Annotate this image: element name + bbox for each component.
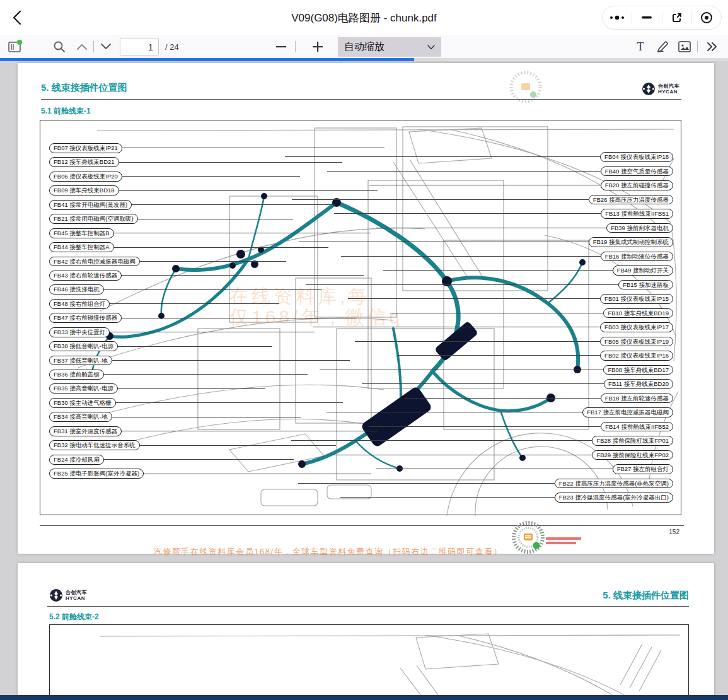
previous-page-icon[interactable] (74, 39, 90, 54)
connector-label[interactable]: FB04 接仪表板线束IP18 (600, 152, 673, 162)
connector-label[interactable]: FB01 接仪表板线束IP15 (600, 294, 673, 304)
leader-line (333, 455, 592, 455)
sidebar-toggle-icon[interactable] (8, 39, 23, 54)
connector-label[interactable]: FB09 接车身线束BD18 (49, 185, 119, 195)
image-annotation-icon[interactable] (677, 39, 692, 54)
connector-label[interactable]: FB31 接室外温度传感器 (49, 426, 122, 436)
connector-label-row: FB02 接仪表板线束IP16 (267, 351, 673, 361)
connector-label[interactable]: FB03 接仪表板线束IP17 (600, 322, 673, 332)
connector-label[interactable]: FB19 接集成式制动控制系统 (589, 237, 673, 247)
zoom-in-icon[interactable] (310, 39, 325, 54)
connector-label[interactable]: FB45 接整车控制器B (49, 228, 114, 238)
connector-label[interactable]: FB22 接高压压力温度传感器(非热泵空调) (555, 479, 673, 489)
connector-label[interactable]: FB42 接右前电控减振器电磁阀 (49, 257, 140, 267)
connector-label[interactable]: FB41 接常开电磁阀(蒸发器) (49, 200, 132, 210)
leader-line (118, 388, 265, 389)
connector-label[interactable]: FB16 接制动液位传感器 (601, 252, 673, 262)
subsection-heading: 5.1 前舱线束-1 (41, 106, 91, 117)
window-capsule (602, 6, 722, 30)
connector-label[interactable]: FB29 接前保险杠线束FP02 (592, 450, 673, 460)
minimize-icon[interactable] (632, 11, 661, 25)
page-number-input[interactable] (120, 38, 159, 55)
hycan-logo-icon (49, 588, 63, 602)
connector-label[interactable]: FB17 接左前电控减振器电磁阀 (582, 407, 673, 417)
connector-label[interactable]: FB11 接车身线束BD20 (604, 379, 673, 389)
zoom-mode-select[interactable]: 自动缩放 (338, 37, 441, 57)
chevron-down-icon (427, 45, 435, 50)
connector-label-row: FB26 接高压压力温度传感器 (267, 195, 673, 205)
connector-label-row: FB19 接集成式制动控制系统 (267, 237, 673, 247)
connector-label[interactable]: FB21 接常闭电磁阀(空调取暖) (49, 214, 138, 224)
pdf-viewport[interactable]: 5. 线束接插件位置图 合创汽车 HYCAN (0, 61, 728, 700)
pdf-toolbar: / 24 自动缩放 T (0, 35, 728, 58)
connector-label[interactable]: FB24 接冷却风扇 (49, 455, 104, 465)
hycan-logo-icon (642, 82, 656, 96)
connector-label-row: FB18 接左前轮速传感器 (267, 394, 673, 404)
connector-label[interactable]: FB32 接电动车低速提示音系统 (49, 440, 140, 450)
pdf-viewer-app: V09(G08)电路图册 - chunk.pdf (0, 0, 728, 700)
leader-line (390, 313, 603, 313)
connector-label[interactable]: FB10 接车身线束BD19 (603, 308, 673, 318)
connector-label[interactable]: FB12 接车身线束BD21 (49, 157, 119, 167)
connector-label[interactable]: FB34 接高音喇叭-地 (49, 412, 112, 422)
page-number-printed: 152 (669, 528, 679, 535)
wiring-diagram-frame-2 (49, 624, 689, 700)
connector-label[interactable]: FB27 接左前组合灯 (613, 464, 673, 474)
connector-label[interactable]: FB08 接车身线束BD17 (603, 365, 673, 375)
connector-label[interactable]: FB15 接加速踏板 (618, 280, 673, 290)
connector-label-row: FB16 接制动液位传感器 (267, 252, 673, 262)
connector-label[interactable]: FB28 接前保险杠线束FP01 (592, 436, 673, 446)
record-close-icon[interactable] (691, 11, 721, 25)
toolbar-divider (295, 41, 296, 52)
connector-label[interactable]: FB02 接仪表板线束IP16 (600, 351, 673, 361)
connector-label-row: FB22 接高压压力温度传感器(非热泵空调) (267, 479, 673, 489)
connector-label[interactable]: FB44 接整车控制器A (49, 242, 114, 252)
connector-label[interactable]: FB14 接前舱线束IIFB52 (601, 422, 673, 432)
text-annotation-icon[interactable]: T (633, 39, 648, 54)
connector-label[interactable]: FB23 接冷媒温度传感器(室外冷凝器出口) (555, 493, 673, 503)
connector-label[interactable]: FB30 接主动进气格栅 (49, 398, 116, 408)
brand-name-cn: 合创汽车 (66, 590, 87, 595)
connector-label[interactable]: FB43 接右前轮速传感器 (49, 271, 122, 281)
leader-line (369, 426, 601, 427)
connector-label[interactable]: FB20 接左前碰撞传感器 (601, 180, 673, 190)
connector-label-row: FB08 接车身线束BD17 (267, 365, 673, 375)
connector-label[interactable]: FB47 接右前碰撞传感器 (49, 313, 122, 323)
connector-label[interactable]: FB05 接仪表板线束IP19 (600, 337, 673, 347)
connector-label[interactable]: FB48 接右前组合灯 (49, 299, 110, 309)
section-heading: 5. 线束接插件位置图 (41, 82, 127, 94)
leader-line (383, 270, 613, 271)
connector-label[interactable]: FB38 接低音喇叭-电源 (49, 341, 118, 351)
connector-label-row: FB20 接左前碰撞传感器 (267, 180, 673, 190)
connector-label[interactable]: FB13 接前舱线束IIFB51 (601, 209, 673, 219)
connector-label[interactable]: FB37 接低音喇叭-地 (49, 356, 112, 366)
restore-icon[interactable] (662, 11, 691, 25)
connector-label[interactable]: FB18 接左前轮速传感器 (601, 394, 673, 404)
more-icon[interactable] (603, 11, 632, 25)
connector-label[interactable]: FB36 接前舱盖锁 (49, 370, 104, 380)
connector-label[interactable]: FB06 接仪表板线束IP20 (49, 172, 122, 182)
connector-label[interactable]: FB40 接空气质量传感器 (601, 166, 673, 177)
connector-label[interactable]: FB33 接中央位置灯 (49, 327, 110, 337)
connector-label-row: FB11 接车身线束BD20 (267, 379, 673, 389)
connector-label-row: FB03 接仪表板线束IP17 (267, 322, 673, 332)
connector-label[interactable]: FB25 接电子膨胀阀(室外冷凝器) (49, 469, 144, 479)
connector-label-row: FB13 接前舱线束IIFB51 (267, 209, 673, 219)
more-tools-icon[interactable] (705, 39, 720, 54)
search-icon[interactable] (52, 39, 67, 54)
connector-label[interactable]: FB35 接高音喇叭-电源 (49, 383, 118, 394)
leader-line (118, 346, 272, 347)
draw-annotation-icon[interactable] (656, 39, 671, 54)
zoom-out-icon[interactable] (274, 39, 289, 54)
connector-labels-right: FB04 接仪表板线束IP18 FB40 接空气质量传感器 FB20 接左前碰撞… (267, 152, 673, 503)
leader-line (341, 256, 601, 257)
connector-label[interactable]: FB49 接制动灯开关 (613, 265, 673, 276)
connector-label[interactable]: FB39 接前刮水器电机 (606, 223, 673, 233)
connector-label-row: FB14 接前舱线束IIFB52 (267, 422, 673, 432)
connector-label[interactable]: FB26 接高压压力温度传感器 (589, 195, 673, 205)
connector-label[interactable]: FB07 接仪表板线束IP21 (49, 143, 122, 153)
connector-label[interactable]: FB46 接洗涤电机 (49, 284, 104, 295)
leader-line (376, 469, 613, 469)
connector-label-row: FB15 接加速踏板 (267, 280, 673, 290)
next-page-icon[interactable] (98, 39, 113, 54)
